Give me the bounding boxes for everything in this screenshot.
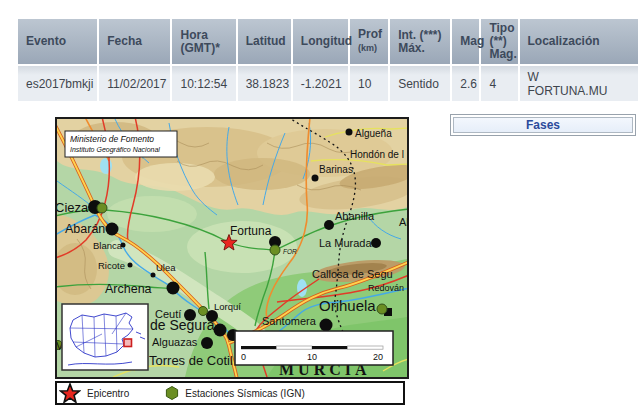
fases-button-label: Fases: [453, 117, 633, 133]
event-location: W FORTUNA.MU: [520, 66, 638, 101]
event-date: 11/02/2017: [99, 66, 170, 101]
label-archena: Archena: [105, 282, 152, 296]
label-ulea: Ulea: [156, 262, 176, 273]
event-intensity: Sentido: [390, 66, 450, 101]
event-row: es2017bmkji 11/02/2017 10:12:54 38.1823 …: [18, 66, 638, 101]
col-tipo-mag: Tipo (**) Mag.: [481, 19, 517, 64]
event-magnitude: 2.6: [452, 66, 479, 101]
event-depth: 10: [350, 66, 388, 101]
label-de-segura: de Segura: [150, 317, 215, 333]
label-for-code: FOR: [283, 248, 297, 255]
event-time: 10:12:54: [172, 66, 235, 101]
legend-stations-label: Estaciones Sísmicas (IGN): [185, 388, 304, 399]
col-prof-label: Prof: [358, 27, 382, 41]
col-intensidad: Int. (***) Máx.: [390, 19, 450, 64]
col-prof-unit: (km): [358, 42, 385, 55]
inset-location-square: [124, 339, 132, 347]
earthquake-detail-page: Evento Fecha Hora (GMT)* Latitud Longitu…: [0, 0, 642, 409]
col-mag: Mag: [452, 19, 479, 64]
epicenter-map: Cieza Abarán Blanca Ricote Ulea Archena …: [55, 117, 409, 379]
label-torres: Torres de Cotil: [149, 353, 233, 368]
label-alguena: Algueña: [355, 128, 392, 139]
label-ricote: Ricote: [98, 260, 125, 271]
label-hondon: Hondón de l: [350, 149, 404, 160]
event-longitude: -1.2021: [293, 66, 348, 101]
col-evento: Evento: [18, 19, 97, 64]
map-credit-box: Ministerio de Fomento Instituto Geográfi…: [65, 131, 177, 157]
station-icon: [165, 386, 179, 400]
label-orihuela: Orihuela: [319, 297, 376, 314]
map-canvas: Cieza Abarán Blanca Ricote Ulea Archena …: [57, 119, 407, 377]
fases-button[interactable]: Fases: [450, 114, 636, 136]
col-prof: Prof (km): [350, 19, 388, 64]
label-abanilla: Abanilla: [335, 210, 375, 222]
label-fortuna: Fortuna: [230, 224, 272, 238]
table-header-row: Evento Fecha Hora (GMT)* Latitud Longitu…: [18, 19, 638, 64]
scale-tick-10: 10: [307, 352, 317, 362]
label-callosa: Callosa de Segu: [312, 268, 393, 280]
event-table: Evento Fecha Hora (GMT)* Latitud Longitu…: [16, 17, 640, 103]
event-latitude: 38.1823: [238, 66, 291, 101]
label-a-cut: Al: [399, 216, 407, 228]
label-redovan: Redován: [368, 283, 404, 293]
col-longitud: Longitud: [293, 19, 348, 64]
event-id: es2017bmkji: [18, 66, 97, 101]
label-barinas: Barinas: [319, 164, 353, 175]
label-la-murada: La Murada: [319, 237, 372, 249]
legend-epicenter-label: Epicentro: [87, 388, 129, 399]
col-fecha: Fecha: [99, 19, 170, 64]
reservoir: [100, 158, 112, 174]
credit-line-2: Instituto Geográfico Nacional: [70, 146, 160, 154]
credit-line-1: Ministerio de Fomento: [70, 134, 154, 144]
label-santomera: Santomera: [262, 315, 317, 327]
scale-tick-0: 0: [241, 352, 246, 362]
label-alguazas: Alguazas: [152, 336, 198, 348]
label-abaran: Abarán: [65, 222, 105, 236]
map-legend: Epicentro Estaciones Sísmicas (IGN): [55, 381, 405, 405]
col-localizacion: Localización: [520, 19, 638, 64]
event-mag-type: 4: [481, 66, 517, 101]
spain-inset-map: [62, 304, 148, 370]
scale-tick-20: 20: [373, 352, 383, 362]
label-lorqui: Lorquí: [214, 301, 241, 312]
label-cieza: Cieza: [57, 200, 89, 215]
scale-bar: 0 10 20: [235, 331, 393, 365]
label-blanca: Blanca: [93, 240, 123, 251]
col-hora: Hora (GMT)*: [172, 19, 235, 64]
col-latitud: Latitud: [238, 19, 291, 64]
epicenter-star-icon: [59, 383, 81, 403]
